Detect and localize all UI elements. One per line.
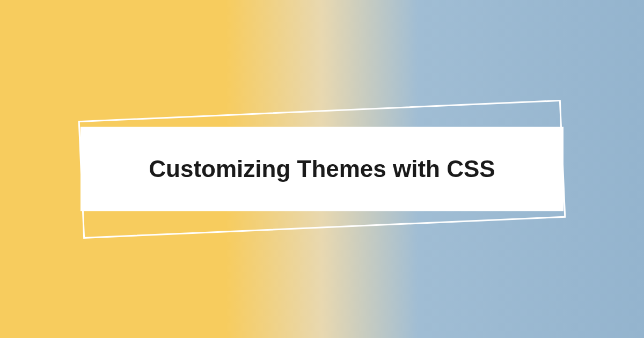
hero-container: Customizing Themes with CSS [80,127,564,211]
page-title: Customizing Themes with CSS [123,153,521,184]
title-card: Customizing Themes with CSS [80,127,564,211]
